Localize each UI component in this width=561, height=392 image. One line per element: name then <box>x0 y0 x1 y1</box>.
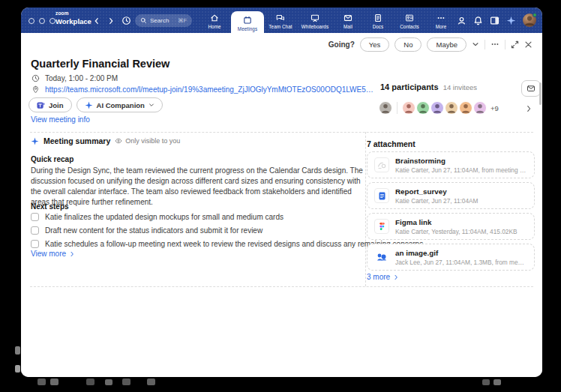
main-navigation-tabs: Home Meetings Team Chat Whiteboards Mail <box>198 7 456 33</box>
email-participants-button[interactable] <box>521 80 541 97</box>
expand-button[interactable] <box>511 40 519 49</box>
meeting-time-row: Today, 1:00 - 2:00 PM <box>32 74 118 82</box>
dock-artifact <box>147 379 155 385</box>
person-headset-icon <box>457 16 466 25</box>
tab-docs[interactable]: Docs <box>363 7 393 33</box>
logo-workplace-text: Workplace <box>56 18 92 25</box>
tab-home[interactable]: Home <box>198 7 231 33</box>
search-placeholder: Search <box>150 17 175 24</box>
teams-icon <box>37 101 45 109</box>
tab-meetings[interactable]: Meetings <box>231 11 264 33</box>
window-minimize-dot[interactable] <box>39 18 45 24</box>
clock-icon <box>32 74 40 82</box>
ai-companion-button[interactable]: AI Companion <box>76 97 163 112</box>
tab-more[interactable]: More <box>426 7 456 33</box>
more-dots-icon <box>490 40 500 49</box>
image-file-icon <box>374 250 389 265</box>
avatar-silhouette <box>380 102 392 114</box>
close-button[interactable] <box>524 40 532 49</box>
invitees-count: 14 invitees <box>443 83 477 91</box>
tab-whiteboards[interactable]: Whiteboards <box>297 7 333 33</box>
dock-artifact <box>38 379 46 385</box>
join-button[interactable]: Join <box>28 97 72 112</box>
attachment-image-gif[interactable]: an image.gif Jack Lee, Jun 27, 11:04AM, … <box>367 244 535 271</box>
scrollbar-thumb[interactable] <box>539 82 542 105</box>
rsvp-maybe-button[interactable]: Maybe <box>427 37 466 52</box>
participants-count: 14 participants <box>380 82 439 91</box>
side-panel-toggle-button[interactable] <box>490 16 500 25</box>
checkbox[interactable] <box>31 213 39 221</box>
rsvp-yes-button[interactable]: Yes <box>360 37 390 52</box>
background-artifact <box>15 346 20 355</box>
status-online-dot <box>532 13 537 17</box>
participants-avatars[interactable]: +9 <box>379 101 499 115</box>
participant-avatar <box>416 101 430 115</box>
user-avatar[interactable] <box>523 13 536 27</box>
desktop-background: zoom Workplace Search ⌘F <box>0 0 561 392</box>
search-input[interactable]: Search ⌘F <box>135 14 192 27</box>
more-dots-icon <box>436 13 446 22</box>
ai-companion-topbar-button[interactable] <box>506 16 516 25</box>
chevron-right-icon <box>393 274 399 280</box>
window-zoom-dot[interactable] <box>50 18 56 24</box>
sparkle-icon <box>506 16 516 25</box>
attachment-report-survey[interactable]: Report_survey Katie Carter, Jun 27, 11:0… <box>367 182 535 209</box>
checkbox[interactable] <box>31 240 39 248</box>
chevron-down-icon <box>472 40 479 48</box>
panel-icon <box>490 16 500 25</box>
organizer-avatar <box>379 101 392 115</box>
forward-button[interactable] <box>107 17 115 25</box>
avatar-silhouette <box>431 102 443 114</box>
notifications-button[interactable] <box>473 16 483 25</box>
participant-avatar <box>430 101 444 115</box>
attachment-brainstorming[interactable]: Brainstorming Katie Carter, Jun 27, 11:0… <box>367 151 535 178</box>
attachment-name: Figma link <box>395 218 518 226</box>
avatar-silhouette <box>474 102 486 114</box>
meeting-title: Quarterly Financial Review <box>31 58 170 70</box>
divider <box>484 40 485 49</box>
view-more-link[interactable]: View more <box>31 250 75 258</box>
attachment-info: an image.gif Jack Lee, Jun 27, 11:04AM, … <box>395 249 527 266</box>
tab-mail[interactable]: Mail <box>333 7 363 33</box>
tab-label: Meetings <box>238 26 257 31</box>
attachment-figma-link[interactable]: Figma link Katie Carter, Yesterday, 11:0… <box>367 213 535 240</box>
next-step-text: Katie finalizes the updated design mocku… <box>45 213 284 221</box>
eye-icon <box>115 137 122 145</box>
tab-contacts[interactable]: Contacts <box>393 7 426 33</box>
sparkle-icon <box>31 137 39 145</box>
visibility-text: Only visible to you <box>125 137 180 145</box>
rsvp-dropdown-button[interactable] <box>472 40 479 48</box>
more-attachments-link[interactable]: 3 more <box>367 273 399 281</box>
background-artifact <box>15 365 20 373</box>
tab-team-chat[interactable]: Team Chat <box>264 7 297 33</box>
divider <box>397 102 398 114</box>
tab-label: More <box>436 24 447 29</box>
figma-icon <box>374 219 389 234</box>
profile-contact-button[interactable] <box>457 16 466 25</box>
quick-recap-title: Quick recap <box>31 155 74 163</box>
search-shortcut: ⌘F <box>178 17 187 24</box>
top-right-actions <box>457 7 536 33</box>
calendar-icon <box>243 16 252 25</box>
chevron-right-icon <box>525 105 532 112</box>
back-button[interactable] <box>93 17 100 25</box>
recent-history-button[interactable] <box>122 16 131 25</box>
quick-recap-body: During the Design Sync, the team reviewe… <box>31 166 364 208</box>
attachment-name: an image.gif <box>395 249 527 257</box>
meeting-time: Today, 1:00 - 2:00 PM <box>45 74 118 82</box>
logo-zoom-text: zoom <box>56 11 92 16</box>
tab-label: Docs <box>373 24 384 29</box>
chevron-down-icon <box>148 102 154 108</box>
avatar-overflow-count: +9 <box>490 104 499 112</box>
tab-label: Contacts <box>400 24 419 29</box>
participants-expand-button[interactable] <box>525 105 532 112</box>
more-options-button[interactable] <box>490 40 500 49</box>
attachment-info: Figma link Katie Carter, Yesterday, 11:0… <box>395 218 518 235</box>
view-meeting-info-link[interactable]: View meeting info <box>31 115 90 124</box>
meeting-join-link[interactable]: https://teams.microsoft.com/l/meetup-joi… <box>45 85 375 94</box>
section-divider <box>30 132 533 133</box>
window-close-dot[interactable] <box>28 18 34 24</box>
checkbox[interactable] <box>31 226 39 235</box>
rsvp-no-button[interactable]: No <box>394 37 422 52</box>
tab-label: Whiteboards <box>302 24 328 29</box>
